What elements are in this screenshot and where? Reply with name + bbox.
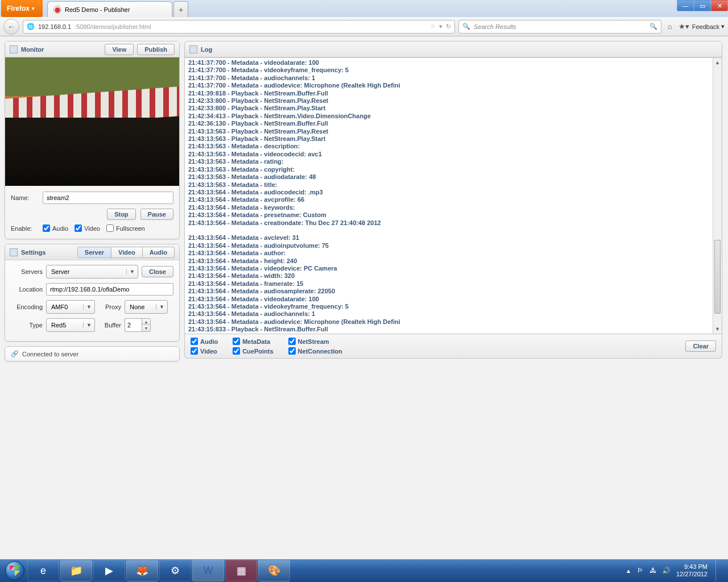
search-placeholder: Search Results xyxy=(474,23,646,30)
taskbar-paint[interactable]: 🎨 xyxy=(258,560,290,581)
enable-label: Enable: xyxy=(11,225,38,232)
taskbar-app1[interactable]: ⚙ xyxy=(159,560,191,581)
filter-video[interactable]: Video xyxy=(191,347,218,355)
location-input[interactable] xyxy=(46,283,173,296)
taskbar-ie[interactable]: e xyxy=(27,560,59,581)
pause-button[interactable]: Pause xyxy=(140,209,173,220)
tab-server[interactable]: Server xyxy=(77,247,111,258)
log-panel: Log xyxy=(184,41,722,58)
show-desktop-button[interactable] xyxy=(715,560,721,581)
chevron-down-icon: ▼ xyxy=(83,304,94,310)
status-text: Connected to server xyxy=(22,351,78,357)
window-maximize-button[interactable]: ▭ xyxy=(694,0,711,11)
video-preview xyxy=(5,57,179,186)
taskbar-media[interactable]: ▶ xyxy=(93,560,125,581)
filter-netstream[interactable]: NetStream xyxy=(288,338,342,345)
log-lines: 21:41:37:700 - Metadata - videodatarate:… xyxy=(188,59,722,334)
close-button[interactable]: Close xyxy=(142,266,173,277)
chevron-down-icon: ▼ xyxy=(83,322,94,328)
url-rest: :5080/demos/publisher.html xyxy=(75,23,151,30)
name-label: Name: xyxy=(11,194,38,201)
scroll-down-icon[interactable]: ▼ xyxy=(713,325,722,334)
tray-flag-icon[interactable]: 🏳 xyxy=(637,567,644,575)
monitor-icon xyxy=(10,45,18,53)
search-icon: 🔍 xyxy=(462,23,470,30)
dropdown-icon[interactable]: ▾ xyxy=(439,23,442,30)
chevron-down-icon: ▼ xyxy=(126,269,138,275)
publish-button[interactable]: Publish xyxy=(137,44,175,55)
window-minimize-button[interactable]: — xyxy=(677,0,694,11)
location-label: Location xyxy=(11,286,43,293)
search-bar[interactable]: 🔍 Search Results 🔍 xyxy=(458,20,661,34)
reload-icon[interactable]: ↻ xyxy=(446,23,451,30)
stream-name-input[interactable] xyxy=(43,192,173,204)
monitor-panel: Monitor View Publish Name: Stop Pause En… xyxy=(5,41,180,239)
clear-button[interactable]: Clear xyxy=(685,340,716,352)
start-button[interactable] xyxy=(3,559,26,582)
tray-clock[interactable]: 9:43 PM 12/27/2012 xyxy=(676,563,708,578)
window-controls: — ▭ ✕ xyxy=(677,0,728,17)
filter-metadata[interactable]: MetaData xyxy=(233,338,273,345)
browser-navbar: ← 🌐 192.168.0.1:5080/demos/publisher.htm… xyxy=(0,17,728,36)
scroll-up-icon[interactable]: ▲ xyxy=(713,58,722,67)
encoding-combo[interactable]: AMF0▼ xyxy=(46,300,95,314)
type-combo[interactable]: Red5▼ xyxy=(46,318,95,332)
audio-checkbox[interactable]: Audio xyxy=(43,225,70,232)
chevron-up-icon[interactable]: ▲ xyxy=(142,319,150,325)
proxy-combo[interactable]: None▼ xyxy=(125,300,168,314)
taskbar-explorer[interactable]: 📁 xyxy=(60,560,92,581)
fullscreen-checkbox[interactable]: Fullscreen xyxy=(106,225,134,232)
scroll-thumb[interactable] xyxy=(714,240,721,314)
chevron-down-icon[interactable]: ▼ xyxy=(142,325,150,331)
filter-netconnection[interactable]: NetConnection xyxy=(288,347,342,355)
tray-overflow-icon[interactable]: ▲ xyxy=(626,568,631,574)
tab-title: Red5 Demo - Publisher xyxy=(65,6,130,13)
servers-label: Servers xyxy=(11,268,43,275)
nav-back-button[interactable]: ← xyxy=(3,19,19,35)
bookmarks-icon[interactable]: ★▾ xyxy=(679,22,689,31)
monitor-title: Monitor xyxy=(21,46,44,53)
taskbar-firefox[interactable]: 🦊 xyxy=(126,560,158,581)
view-button[interactable]: View xyxy=(105,44,134,55)
tray-network-icon[interactable]: 🖧 xyxy=(650,567,656,575)
bookmark-star-icon[interactable]: ☆ xyxy=(430,23,436,30)
taskbar-word[interactable]: W xyxy=(192,560,224,581)
buffer-stepper[interactable]: ▲▼ xyxy=(125,318,151,332)
globe-icon: 🌐 xyxy=(27,23,35,30)
browser-titlebar: Firefox ⬤ Red5 Demo - Publisher + — ▭ ✕ xyxy=(0,0,728,17)
url-host: 192.168.0.1 xyxy=(38,23,71,30)
filter-audio[interactable]: Audio xyxy=(191,338,218,345)
tray-volume-icon[interactable]: 🔊 xyxy=(662,567,671,575)
taskbar-app2[interactable]: ▦ xyxy=(225,560,257,581)
log-body: 21:41:37:700 - Metadata - videodatarate:… xyxy=(184,58,722,334)
log-footer: Audio MetaData NetStream Video CuePoints… xyxy=(184,334,722,359)
settings-icon xyxy=(10,248,18,256)
video-checkbox[interactable]: Video xyxy=(75,225,102,232)
log-title: Log xyxy=(201,46,212,53)
page-content: Monitor View Publish Name: Stop Pause En… xyxy=(0,36,728,559)
home-icon[interactable]: ⌂ xyxy=(665,22,675,31)
encoding-label: Encoding xyxy=(11,304,43,310)
system-tray: ▲ 🏳 🖧 🔊 9:43 PM 12/27/2012 xyxy=(626,560,725,581)
search-go-icon[interactable]: 🔍 xyxy=(650,23,657,30)
window-close-button[interactable]: ✕ xyxy=(711,0,728,11)
buffer-label: Buffer xyxy=(98,322,121,329)
url-bar[interactable]: 🌐 192.168.0.1:5080/demos/publisher.html … xyxy=(23,20,455,34)
feedback-link[interactable]: Feedback ▾ xyxy=(692,23,725,30)
new-tab-button[interactable]: + xyxy=(173,1,188,17)
log-scrollbar[interactable]: ▲ ▼ xyxy=(713,58,722,334)
settings-title: Settings xyxy=(21,249,46,256)
stop-button[interactable]: Stop xyxy=(107,209,135,220)
servers-combo[interactable]: Server▼ xyxy=(46,265,138,278)
browser-tab[interactable]: ⬤ Red5 Demo - Publisher xyxy=(47,1,172,17)
settings-panel: Settings Server Video Audio Servers Serv… xyxy=(5,244,180,342)
filter-cuepoints[interactable]: CuePoints xyxy=(233,347,273,355)
windows-taskbar: e 📁 ▶ 🦊 ⚙ W ▦ 🎨 ▲ 🏳 🖧 🔊 9:43 PM 12/27/20… xyxy=(0,559,728,582)
tab-audio[interactable]: Audio xyxy=(143,247,175,258)
log-icon xyxy=(189,45,197,53)
tab-video[interactable]: Video xyxy=(111,247,143,258)
tab-favicon-icon: ⬤ xyxy=(53,6,61,14)
type-label: Type xyxy=(11,322,43,329)
firefox-menu-button[interactable]: Firefox xyxy=(1,0,43,17)
chevron-down-icon: ▼ xyxy=(156,304,167,310)
